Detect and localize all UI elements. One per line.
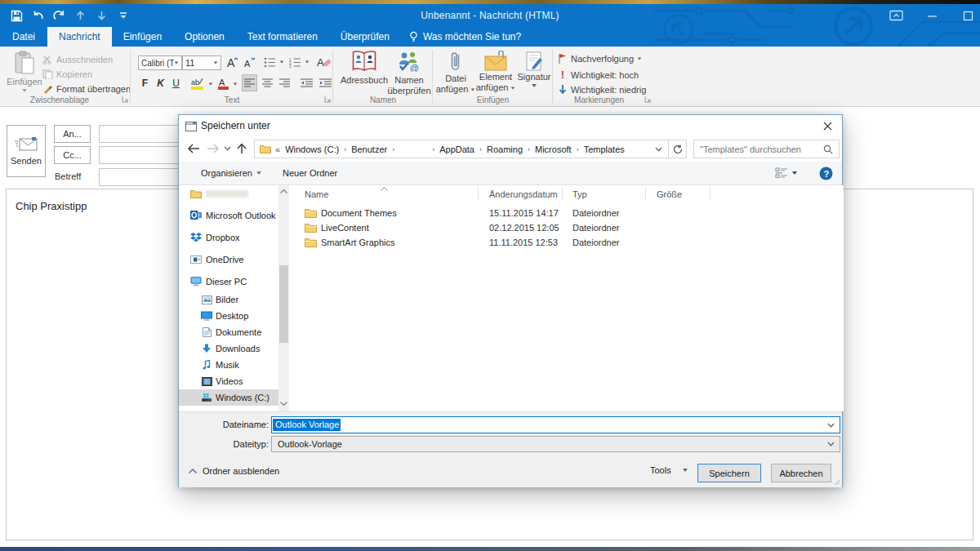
bullets-dropdown[interactable] bbox=[278, 58, 285, 66]
shrink-font-button[interactable]: A bbox=[243, 54, 256, 70]
signature-button[interactable]: Signatur bbox=[514, 51, 554, 87]
breadcrumb-segment-templates[interactable]: Templates bbox=[584, 144, 625, 154]
attach-file-button[interactable]: Datei anfügen bbox=[436, 51, 475, 95]
highlight-dropdown[interactable] bbox=[207, 80, 214, 88]
breadcrumb-segment-windows-c[interactable]: Windows (C:) bbox=[285, 144, 339, 154]
nav-item-desktop[interactable]: Desktop bbox=[179, 308, 278, 324]
attach-item-button[interactable]: Element anfügen bbox=[476, 51, 515, 93]
italic-button[interactable]: K bbox=[154, 76, 167, 91]
column-header-type[interactable]: Typ bbox=[572, 185, 587, 202]
nav-item-downloads[interactable]: Downloads bbox=[179, 340, 278, 357]
tab-ueberpruefen[interactable]: Überprüfen bbox=[329, 27, 401, 47]
address-book-button[interactable]: Adressbuch bbox=[338, 51, 390, 86]
new-folder-button[interactable]: Neuer Ordner bbox=[283, 162, 337, 184]
copy-button[interactable]: Kopieren bbox=[42, 69, 92, 79]
column-separator[interactable] bbox=[645, 187, 646, 201]
scrollbar-thumb[interactable] bbox=[279, 265, 288, 343]
cc-button[interactable]: Cc... bbox=[54, 146, 91, 164]
increase-indent-button[interactable] bbox=[317, 74, 333, 91]
nav-item-label: Desktop bbox=[216, 311, 248, 321]
tab-optionen[interactable]: Optionen bbox=[173, 27, 236, 47]
align-center-button[interactable] bbox=[260, 74, 275, 91]
importance-low-button[interactable]: Wichtigkeit: niedrig bbox=[558, 84, 646, 95]
tab-text-formatieren[interactable]: Text formatieren bbox=[236, 27, 329, 47]
hide-folders-button[interactable]: Ordner ausblenden bbox=[189, 466, 279, 476]
minimize-icon[interactable] bbox=[924, 9, 939, 22]
clear-formatting-button[interactable]: A bbox=[316, 54, 332, 70]
nav-item-this-pc[interactable]: Dieser PC bbox=[179, 273, 278, 290]
resize-grip[interactable] bbox=[834, 479, 840, 486]
filetype-dropdown-icon[interactable] bbox=[827, 442, 835, 447]
nav-pane-scrollbar[interactable] bbox=[278, 185, 289, 411]
column-separator[interactable] bbox=[562, 187, 563, 201]
cancel-button[interactable]: Abbrechen bbox=[771, 464, 831, 482]
up-icon[interactable] bbox=[234, 140, 250, 157]
numbering-button[interactable]: 123 bbox=[287, 54, 302, 70]
bold-button[interactable]: F bbox=[139, 76, 151, 91]
ribbon-display-options-icon[interactable] bbox=[889, 9, 903, 22]
nav-item-musik[interactable]: Musik bbox=[179, 357, 278, 373]
nav-item-bilder[interactable]: Bilder bbox=[179, 291, 278, 308]
text-dialog-launcher[interactable] bbox=[324, 96, 332, 104]
font-name-combo[interactable]: Calibri (T bbox=[138, 56, 182, 70]
breadcrumb-segment-roaming[interactable]: Roaming bbox=[487, 144, 523, 154]
tab-einfuegen[interactable]: Einfügen bbox=[112, 27, 173, 47]
paste-button[interactable]: Einfügen bbox=[8, 51, 41, 92]
align-left-button[interactable] bbox=[242, 74, 257, 91]
help-button[interactable]: ? bbox=[819, 162, 833, 184]
clipboard-dialog-launcher[interactable] bbox=[122, 96, 130, 104]
back-icon[interactable] bbox=[185, 140, 202, 157]
nav-item-onedrive[interactable]: OneDrive bbox=[179, 251, 278, 268]
numbering-dropdown[interactable] bbox=[303, 58, 310, 66]
tools-button[interactable]: Tools bbox=[650, 465, 688, 475]
breadcrumb-segment-appdata[interactable]: AppData bbox=[439, 144, 474, 154]
maximize-icon[interactable] bbox=[960, 9, 975, 22]
forward-icon[interactable] bbox=[205, 140, 221, 157]
bullets-button[interactable] bbox=[262, 54, 277, 70]
nav-item-windows-c[interactable]: Windows (C:) bbox=[179, 389, 278, 406]
filetype-select[interactable]: Outlook-Vorlage bbox=[271, 436, 840, 452]
view-mode-button[interactable] bbox=[775, 162, 797, 184]
refresh-icon[interactable] bbox=[669, 140, 687, 158]
nav-item-microsoft-outlook[interactable]: Microsoft Outlook bbox=[179, 207, 278, 224]
decrease-indent-button[interactable] bbox=[298, 74, 314, 91]
dialog-close-icon[interactable] bbox=[820, 119, 835, 133]
filename-input[interactable]: Outlook Vorlage bbox=[271, 416, 840, 433]
nav-item-dropbox[interactable]: Dropbox bbox=[179, 229, 278, 246]
to-button[interactable]: An... bbox=[54, 125, 91, 143]
column-separator[interactable] bbox=[710, 187, 710, 201]
font-color-dropdown[interactable] bbox=[231, 80, 238, 88]
tab-nachricht[interactable]: Nachricht bbox=[47, 27, 112, 47]
column-header-name[interactable]: Name bbox=[305, 185, 328, 202]
nav-item-user-folder[interactable] bbox=[179, 185, 278, 202]
organize-button[interactable]: Organisieren bbox=[201, 162, 261, 184]
save-button[interactable]: Speichern bbox=[697, 464, 761, 482]
address-bar[interactable]: « Windows (C:) › Benutzer › › AppData › … bbox=[254, 140, 669, 158]
recent-locations-dropdown-icon[interactable] bbox=[222, 140, 232, 157]
tell-me-assist[interactable]: Was möchten Sie tun? bbox=[401, 27, 529, 47]
font-color-button[interactable]: A bbox=[216, 76, 230, 91]
tags-dialog-launcher[interactable] bbox=[644, 96, 653, 104]
grow-font-button[interactable]: A bbox=[225, 54, 239, 70]
check-names-button[interactable]: @ Namen überprüfen bbox=[385, 51, 433, 96]
format-painter-button[interactable]: Format übertragen bbox=[42, 84, 131, 94]
follow-up-button[interactable]: Nachverfolgung bbox=[558, 53, 642, 64]
cut-button[interactable]: Ausschneiden bbox=[42, 55, 113, 64]
highlight-button[interactable]: ab bbox=[189, 76, 206, 91]
underline-button[interactable]: U bbox=[170, 76, 182, 91]
filename-dropdown-icon[interactable] bbox=[827, 423, 835, 428]
nav-item-videos[interactable]: Videos bbox=[179, 373, 278, 389]
breadcrumb-segment-benutzer[interactable]: Benutzer bbox=[351, 144, 387, 154]
align-right-button[interactable] bbox=[277, 74, 292, 91]
column-header-date[interactable]: Änderungsdatum bbox=[489, 185, 558, 202]
font-size-combo[interactable]: 11 bbox=[182, 56, 221, 70]
search-box[interactable]: "Templates" durchsuchen bbox=[693, 140, 840, 158]
send-button[interactable]: Senden bbox=[7, 125, 46, 177]
breadcrumb-segment-microsoft[interactable]: Microsoft bbox=[535, 144, 572, 154]
address-dropdown-icon[interactable] bbox=[655, 147, 662, 152]
tab-datei[interactable]: Datei bbox=[0, 27, 47, 47]
column-separator[interactable] bbox=[478, 187, 479, 201]
importance-high-button[interactable]: ! Wichtigkeit: hoch bbox=[558, 69, 639, 81]
nav-item-dokumente[interactable]: Dokumente bbox=[179, 324, 278, 340]
column-header-size[interactable]: Größe bbox=[657, 185, 682, 202]
